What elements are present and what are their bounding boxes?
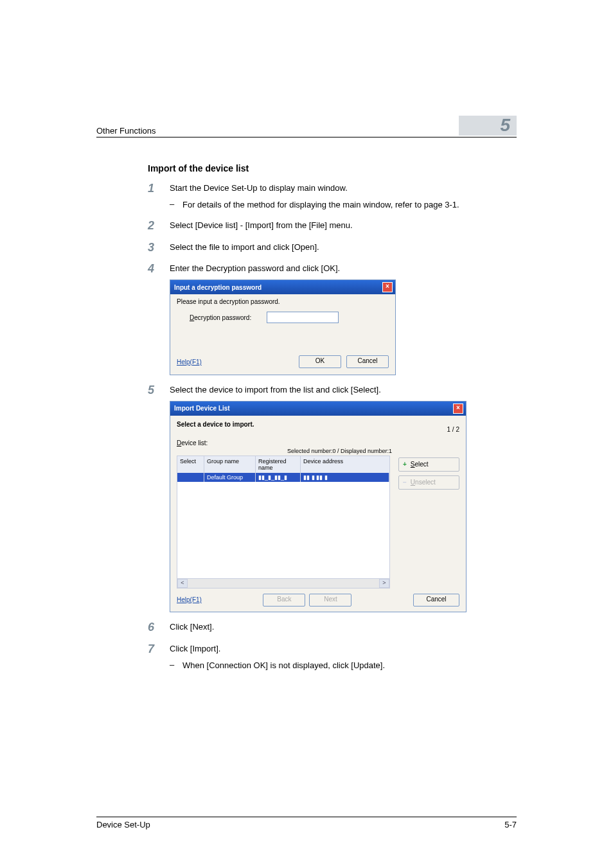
dialog-subtitle: Select a device to import. bbox=[177, 421, 254, 428]
minus-icon: − bbox=[403, 479, 407, 486]
cell-select bbox=[177, 473, 204, 482]
table-row[interactable]: Default Group ▮▮_▮_▮▮_▮ ▮▮ ▮ ▮▮ ▮ bbox=[177, 473, 389, 482]
step-number: 1 bbox=[148, 182, 170, 195]
dialog-title: Input a decryption password bbox=[174, 284, 262, 291]
step-text: Click [Import]. bbox=[170, 643, 517, 656]
table-empty-area bbox=[177, 482, 389, 578]
cell-group-name: Default Group bbox=[204, 473, 256, 482]
step-1: 1 Start the Device Set-Up to display mai… bbox=[148, 182, 517, 195]
unselect-button[interactable]: − Unselect bbox=[398, 475, 459, 490]
column-header-registered-name[interactable]: Registered name bbox=[256, 456, 301, 473]
close-icon[interactable]: × bbox=[382, 282, 393, 292]
help-link[interactable]: Help(F1) bbox=[177, 596, 202, 603]
column-header-device-address[interactable]: Device address bbox=[301, 456, 389, 473]
dialog-title: Import Device List bbox=[174, 405, 230, 412]
horizontal-scrollbar[interactable]: < > bbox=[177, 578, 389, 588]
dash-icon: – bbox=[170, 660, 182, 671]
page-footer: Device Set-Up 5-7 bbox=[96, 817, 517, 829]
step-text: Select the device to import from the lis… bbox=[170, 384, 517, 397]
device-table: Select Group name Registered name Device… bbox=[177, 456, 390, 589]
cancel-button[interactable]: Cancel bbox=[346, 355, 389, 368]
step-7: 7 Click [Import]. bbox=[148, 643, 517, 656]
step-1-sub: – For details of the method for displayi… bbox=[170, 199, 517, 211]
step-number: 6 bbox=[148, 621, 170, 634]
scroll-right-icon[interactable]: > bbox=[379, 579, 389, 588]
ok-button[interactable]: OK bbox=[299, 355, 341, 368]
page-header: Other Functions 5 bbox=[96, 116, 517, 137]
dash-icon: – bbox=[170, 199, 182, 211]
decryption-password-dialog: Input a decryption password × Please inp… bbox=[170, 279, 396, 375]
step-2: 2 Select [Device list] - [Import] from t… bbox=[148, 220, 517, 233]
step-5: 5 Select the device to import from the l… bbox=[148, 384, 517, 397]
column-header-select[interactable]: Select bbox=[177, 456, 204, 473]
close-icon[interactable]: × bbox=[453, 403, 463, 414]
plus-icon: + bbox=[403, 461, 407, 468]
step-text: Start the Device Set-Up to display main … bbox=[170, 182, 517, 195]
step-number: 7 bbox=[148, 643, 170, 656]
step-sub-text: For details of the method for displaying… bbox=[182, 199, 517, 211]
scroll-left-icon[interactable]: < bbox=[177, 579, 188, 588]
step-text: Select the file to import and click [Ope… bbox=[170, 242, 517, 254]
select-button[interactable]: + Select bbox=[398, 457, 459, 472]
step-text: Select [Device list] - [Import] from the… bbox=[170, 220, 517, 233]
help-link[interactable]: Help(F1) bbox=[177, 359, 202, 366]
step-number: 4 bbox=[148, 263, 170, 276]
column-header-group-name[interactable]: Group name bbox=[204, 456, 256, 473]
step-4: 4 Enter the Decryption password and clic… bbox=[148, 263, 517, 276]
step-number: 3 bbox=[148, 242, 170, 254]
footer-page-number: 5-7 bbox=[504, 820, 517, 829]
next-button[interactable]: Next bbox=[309, 594, 351, 607]
step-7-sub: – When [Connection OK] is not displayed,… bbox=[170, 660, 517, 671]
cell-registered-name: ▮▮_▮_▮▮_▮ bbox=[256, 473, 301, 482]
device-list-label: Device list: bbox=[177, 439, 392, 447]
section-heading: Import of the device list bbox=[148, 163, 517, 173]
selection-status: Selected number:0 / Displayed number:1 bbox=[177, 448, 392, 454]
footer-left: Device Set-Up bbox=[96, 820, 150, 829]
step-number: 2 bbox=[148, 220, 170, 233]
page-counter: 1 / 2 bbox=[447, 426, 459, 433]
cell-device-address: ▮▮ ▮ ▮▮ ▮ bbox=[301, 473, 389, 482]
dialog-titlebar: Input a decryption password × bbox=[170, 280, 395, 294]
section-title: Other Functions bbox=[96, 126, 156, 136]
back-button[interactable]: Back bbox=[263, 594, 305, 607]
step-3: 3 Select the file to import and click [O… bbox=[148, 242, 517, 254]
step-6: 6 Click [Next]. bbox=[148, 621, 517, 634]
decryption-password-input[interactable] bbox=[267, 312, 339, 323]
step-text: Click [Next]. bbox=[170, 621, 517, 634]
decryption-password-label: Decryption password: bbox=[190, 314, 267, 321]
step-sub-text: When [Connection OK] is not displayed, c… bbox=[182, 660, 517, 671]
import-device-list-dialog: Import Device List × Select a device to … bbox=[170, 401, 466, 612]
dialog-instruction: Please input a decryption password. bbox=[177, 298, 389, 305]
cancel-button[interactable]: Cancel bbox=[413, 594, 459, 607]
step-text: Enter the Decryption password and click … bbox=[170, 263, 517, 276]
dialog-titlebar: Import Device List × bbox=[170, 402, 466, 416]
step-number: 5 bbox=[148, 384, 170, 397]
chapter-number: 5 bbox=[459, 116, 517, 136]
